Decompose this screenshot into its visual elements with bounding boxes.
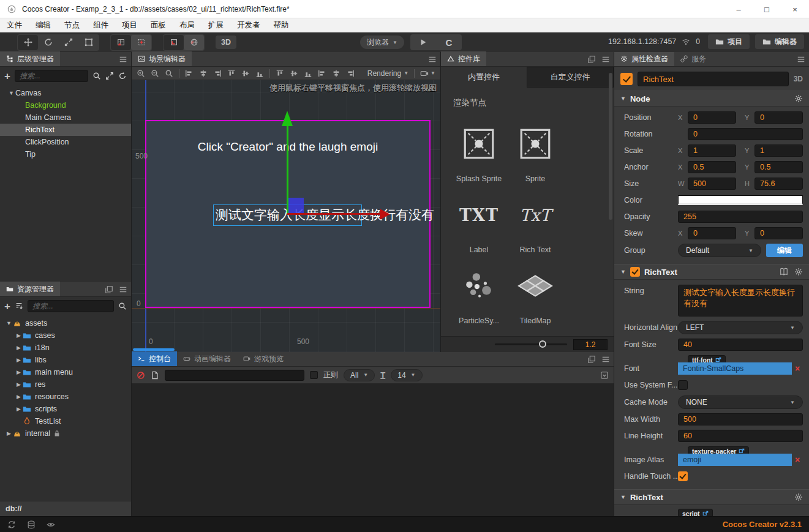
skew-y-input[interactable] <box>754 227 803 239</box>
line-height-input[interactable] <box>678 430 803 442</box>
asset-folder-scripts[interactable]: ▶ scripts <box>0 403 131 415</box>
expand-arrow-icon[interactable]: ▶ <box>15 394 23 400</box>
clear-font-button[interactable]: × <box>792 364 803 373</box>
widget-rich-text[interactable]: TxT Rich Text <box>507 187 563 258</box>
distribute-horizontal-icon[interactable] <box>332 69 341 78</box>
asset-folder-i18n[interactable]: ▶ i18n <box>0 342 131 354</box>
position-x-input[interactable] <box>688 111 736 124</box>
anchor-y-input[interactable] <box>754 161 803 173</box>
scale-x-input[interactable] <box>688 144 736 157</box>
asset-folder-libs[interactable]: ▶ libs <box>0 354 131 366</box>
sync-icon[interactable] <box>7 520 16 529</box>
script-tag[interactable]: script <box>678 509 713 516</box>
gizmo-y-axis-arrow[interactable] <box>287 126 288 214</box>
world-coordinate-button[interactable] <box>184 35 204 50</box>
widget-particle-system[interactable]: ParticleSy... <box>451 258 507 329</box>
align-top-icon[interactable] <box>227 69 236 78</box>
expand-arrow-icon[interactable]: ▶ <box>15 381 23 388</box>
asset-testlist-scene[interactable]: TestList <box>0 415 131 427</box>
tab-builtin-widgets[interactable]: 内置控件 <box>441 67 527 88</box>
hierarchy-search-input[interactable] <box>15 70 88 82</box>
menu-help[interactable]: 帮助 <box>267 20 296 31</box>
log-level-dropdown[interactable]: All ▼ <box>344 369 375 381</box>
skew-x-input[interactable] <box>688 227 736 239</box>
node-section-header[interactable]: ▼ Node <box>614 91 809 107</box>
tree-node-canvas[interactable]: ▼ Canvas <box>0 87 131 99</box>
max-width-input[interactable] <box>678 413 803 425</box>
tab-services[interactable]: 服务 <box>674 52 712 66</box>
tab-custom-widgets[interactable]: 自定义控件 <box>527 67 614 88</box>
widget-sprite[interactable]: Sprite <box>507 116 563 187</box>
align-bottom-icon[interactable] <box>255 69 264 78</box>
align-center-horizontal-icon[interactable] <box>199 69 208 78</box>
maximize-button[interactable]: □ <box>753 0 781 18</box>
scale-y-input[interactable] <box>754 144 803 157</box>
search-icon[interactable] <box>92 72 101 80</box>
help-doc-icon[interactable] <box>780 268 788 276</box>
panel-menu-icon[interactable] <box>428 55 437 64</box>
local-coordinate-button[interactable] <box>164 35 184 50</box>
widget-label[interactable]: TXT Label <box>451 187 507 258</box>
gear-icon[interactable] <box>794 94 803 103</box>
opacity-input[interactable] <box>678 211 803 223</box>
expand-arrow-icon[interactable]: ▶ <box>5 430 13 436</box>
popout-window-icon[interactable] <box>105 285 113 294</box>
console-output[interactable] <box>132 384 614 516</box>
eye-icon[interactable] <box>47 520 55 529</box>
use-system-font-checkbox[interactable] <box>678 380 688 390</box>
align-right-icon[interactable] <box>213 69 222 78</box>
font-size-dropdown[interactable]: 14 ▼ <box>391 369 422 381</box>
horizontal-scrollbar[interactable] <box>133 348 175 351</box>
edit-group-button[interactable]: 编辑 <box>766 244 803 257</box>
zoom-in-icon[interactable] <box>137 69 145 78</box>
tab-game-preview[interactable]: 游戏预览 <box>237 351 290 366</box>
richtext-script-header[interactable]: ▼ RichText <box>614 489 809 505</box>
asset-internal-root[interactable]: ▶ internal <box>0 427 131 440</box>
tab-hierarchy[interactable]: 层级管理器 <box>0 51 60 66</box>
richtext-component-header[interactable]: ▼ RichText <box>614 264 809 280</box>
widget-tiledmap[interactable]: TiledMap <box>507 258 563 329</box>
size-w-input[interactable] <box>688 178 736 190</box>
tree-node-richtext[interactable]: RichText <box>0 124 131 136</box>
assets-search-input[interactable] <box>28 300 114 312</box>
close-button[interactable]: × <box>781 0 809 18</box>
tab-properties[interactable]: 属性检查器 <box>614 52 674 66</box>
external-link-icon[interactable] <box>702 511 709 516</box>
distribute-vertical-icon[interactable] <box>290 69 298 78</box>
expand-arrow-icon[interactable]: ▶ <box>15 345 23 351</box>
tab-console[interactable]: 控制台 <box>132 351 177 366</box>
log-file-icon[interactable] <box>151 371 159 380</box>
asset-folder-cases[interactable]: ▶ cases <box>0 329 131 342</box>
tree-node-tip[interactable]: Tip <box>0 148 131 160</box>
asset-folder-resources[interactable]: ▶ resources <box>0 391 131 403</box>
panel-menu-icon[interactable] <box>797 55 805 64</box>
add-node-button[interactable]: + <box>4 71 10 81</box>
scene-viewport[interactable]: 使用鼠标右键平移视窗焦点，使用滚轮缩放视图 Click "Creator" an… <box>132 80 440 352</box>
expand-arrow-icon[interactable]: ▶ <box>15 369 23 375</box>
scale-tool-button[interactable] <box>58 35 78 50</box>
zoom-out-icon[interactable] <box>151 69 159 78</box>
panel-menu-icon[interactable] <box>601 55 610 64</box>
icon-size-slider[interactable] <box>495 343 567 345</box>
rotate-tool-button[interactable] <box>38 35 58 50</box>
tree-node-background[interactable]: Background <box>0 99 131 111</box>
anchor-mode-button[interactable] <box>131 35 151 50</box>
menu-component[interactable]: 组件 <box>86 20 115 31</box>
rect-tool-button[interactable] <box>78 35 99 50</box>
3d-mode-button[interactable]: 3D <box>216 36 236 49</box>
tab-assets[interactable]: 资源管理器 <box>0 282 60 296</box>
tab-widget-library[interactable]: 控件库 <box>441 51 486 66</box>
expand-arrow-icon[interactable]: ▶ <box>15 332 23 339</box>
sort-icon[interactable] <box>15 302 23 310</box>
collapse-arrow-icon[interactable]: ▼ <box>7 90 15 96</box>
rendering-dropdown[interactable]: Rendering ▼ <box>367 69 408 78</box>
size-h-input[interactable] <box>754 178 803 190</box>
expand-arrow-icon[interactable]: ▶ <box>15 406 23 412</box>
tree-node-clickposition[interactable]: ClickPosition <box>0 136 131 148</box>
gear-icon[interactable] <box>794 268 803 276</box>
menu-developer[interactable]: 开发者 <box>230 20 267 31</box>
cache-mode-dropdown[interactable]: NONE ▼ <box>678 395 803 409</box>
collapse-arrow-icon[interactable]: ▼ <box>620 269 626 275</box>
gizmo-x-axis-arrow[interactable] <box>287 213 380 215</box>
menu-file[interactable]: 文件 <box>0 20 29 31</box>
